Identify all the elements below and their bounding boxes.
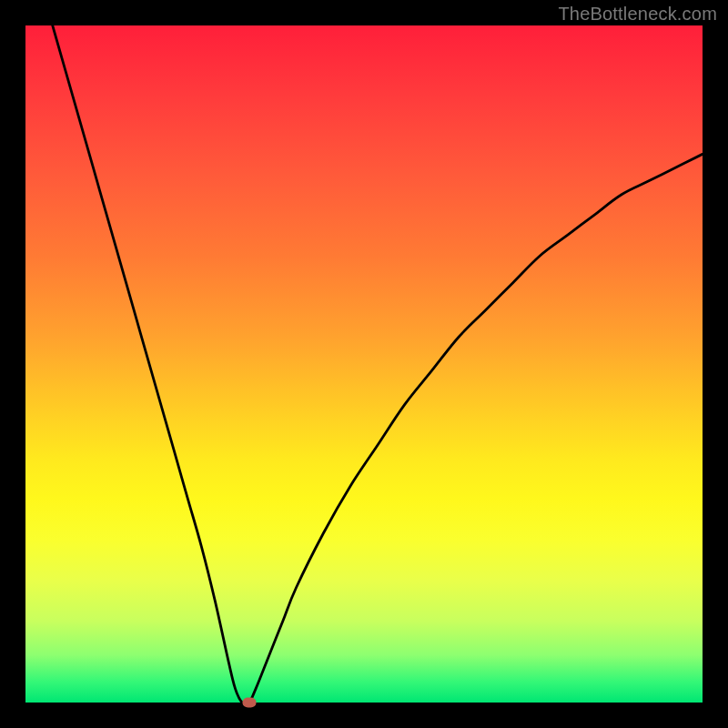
watermark-text: TheBottleneck.com — [558, 4, 717, 25]
plot-area — [25, 25, 703, 703]
bottleneck-curve — [25, 25, 703, 703]
chart-frame: TheBottleneck.com — [0, 0, 728, 728]
minimum-marker — [242, 698, 256, 708]
